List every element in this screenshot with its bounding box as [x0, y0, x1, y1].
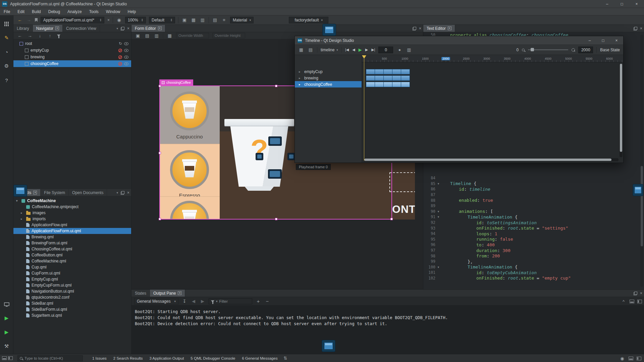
override-width-field[interactable]: Override Width — [176, 33, 209, 38]
project-file-sidebarform-ui-qml[interactable]: SideBarForm.ui.qml — [13, 306, 131, 312]
close-icon[interactable]: × — [640, 26, 642, 31]
kit-selector-icon[interactable] — [3, 300, 10, 308]
status-button-3-application-output[interactable]: 3 Application Output — [146, 354, 187, 362]
close-icon[interactable]: × — [640, 291, 642, 295]
timeline-hscrollbar[interactable] — [364, 158, 619, 161]
project-file-cup-qml[interactable]: Cup.qml — [13, 264, 131, 270]
export-icon[interactable]: ▣ — [181, 17, 187, 22]
to-end-button[interactable]: ▶| — [371, 48, 375, 52]
keyframe-segment[interactable] — [383, 82, 392, 87]
chevron-right-icon[interactable]: ▸ — [21, 211, 24, 215]
override-height-field[interactable]: Override Height — [212, 33, 245, 38]
zoom-in-icon[interactable] — [572, 48, 575, 52]
continue-button-partial[interactable]: ONTI — [392, 203, 415, 217]
keyframe-segment[interactable] — [401, 75, 410, 81]
text-editor-tab-text-editor[interactable]: Text Editor× — [423, 25, 455, 32]
project-file-imports[interactable]: ▸imports — [13, 216, 131, 222]
chevron-right-icon[interactable]: ▸ — [299, 70, 302, 73]
output-channel-combo[interactable]: General Messages ▾ — [134, 298, 178, 305]
menu-item-tools[interactable]: Tools — [86, 8, 102, 15]
lines-icon[interactable]: ≡ — [221, 17, 227, 22]
no-export-icon[interactable] — [118, 62, 122, 66]
code-editor[interactable]: 8485▾Timeline {86id: timeline8788enabled… — [423, 175, 639, 281]
kit-combo[interactable]: factorydefault ▾ — [289, 17, 328, 23]
toggle-left-sidebar-icon[interactable] — [8, 356, 13, 360]
tab-close-icon[interactable]: × — [158, 26, 162, 30]
menu-item-help[interactable]: Help — [124, 8, 140, 15]
prev-item-icon[interactable]: ◀ — [191, 299, 197, 304]
back-button[interactable]: ← — [17, 17, 23, 22]
output-tab-output-pane[interactable]: Output Pane× — [150, 290, 185, 297]
show-bounds-icon[interactable]: ▤ — [144, 33, 150, 38]
minimize-button[interactable]: – — [583, 36, 596, 45]
timeline-track-area[interactable]: 5001000150020002500300035004000450050005… — [362, 55, 623, 163]
navigator-tab-navigator[interactable]: Navigator× — [33, 25, 63, 32]
help-icon[interactable]: ? — [3, 76, 10, 84]
status-button-2-search-results[interactable]: 2 Search Results — [110, 354, 146, 362]
timeline-titlebar[interactable]: DS Timeline - Qt Design Studio – □ × — [295, 36, 623, 45]
maximize-pane-icon[interactable]: ^ — [621, 299, 627, 304]
menu-item-analyze[interactable]: Analyze — [64, 8, 86, 15]
form-editor-tab-form-editor[interactable]: Form Editor× — [131, 25, 165, 32]
undock-icon[interactable] — [634, 292, 637, 295]
curve-editor-icon[interactable]: ▥ — [406, 47, 412, 52]
navigator-item-choosingcoffee[interactable]: choosingCoffee — [13, 60, 131, 67]
design-mode-icon[interactable]: ✎ — [3, 34, 10, 42]
coffee-item-partial[interactable] — [159, 196, 220, 220]
chevron-down-icon[interactable]: ▾ — [116, 191, 118, 194]
project-file-emptycup-qml[interactable]: EmptyCup.qml — [13, 276, 131, 282]
animation-settings-icon[interactable]: ▤ — [308, 47, 314, 52]
coffee-item-espresso[interactable]: Espresso — [159, 144, 220, 196]
nav-button-item[interactable] — [268, 136, 282, 146]
keyframe-segment[interactable] — [401, 69, 410, 74]
bookmark-icon[interactable] — [35, 18, 38, 22]
open-document-combo[interactable]: ApplicationFlowForm.ui.qml* ▲▼ — [41, 17, 104, 23]
apps-grid-icon[interactable] — [3, 20, 10, 27]
output-tab-states[interactable]: States — [131, 290, 150, 297]
close-icon[interactable]: × — [127, 191, 129, 195]
next-frame-button[interactable]: ▶ — [365, 48, 368, 52]
close-icon[interactable]: × — [419, 26, 421, 31]
current-frame-field[interactable]: 0 — [378, 47, 393, 53]
timeline-window[interactable]: DS Timeline - Qt Design Studio – □ × ▦ ▤… — [294, 36, 624, 163]
move-left-icon[interactable]: ← — [17, 33, 23, 38]
nav-button-item[interactable] — [287, 153, 295, 160]
tab-close-icon[interactable]: × — [33, 191, 37, 194]
project-file-images[interactable]: ▸images — [13, 210, 131, 216]
keyframe-segment[interactable] — [375, 69, 384, 74]
status-button-1-issues[interactable]: 1 Issues — [89, 354, 110, 362]
project-file-choosingcoffee-ui-qml[interactable]: ChoosingCoffee.ui.qml — [13, 246, 131, 252]
navigator-item-emptycup[interactable]: emptyCup — [13, 47, 131, 54]
tab-close-icon[interactable]: × — [55, 26, 59, 30]
snap-icon[interactable]: ▥ — [200, 17, 206, 22]
undock-icon[interactable] — [121, 191, 124, 195]
filter-icon[interactable] — [57, 35, 60, 37]
bounds-icon[interactable]: ▦ — [191, 17, 197, 22]
chevron-right-icon[interactable]: ▸ — [299, 83, 302, 86]
project-file-brewingform-ui-qml[interactable]: BrewingForm.ui.qml — [13, 240, 131, 246]
menu-item-debug[interactable]: Debug — [45, 8, 64, 15]
chevron-right-icon[interactable]: ▸ — [21, 217, 24, 221]
visibility-eye-icon[interactable] — [124, 56, 128, 59]
keyframe-segment[interactable] — [366, 82, 375, 87]
fold-icon[interactable]: ▾ — [435, 215, 441, 219]
zoom-combo[interactable]: 100% ▲▼ — [125, 17, 146, 23]
project-file-qtquickcontrols2-conf[interactable]: qtquickcontrols2.conf — [13, 294, 131, 300]
keyframe-segment[interactable] — [392, 82, 401, 87]
keyframe-bar-emptycup[interactable] — [366, 69, 410, 74]
nav-button-item[interactable] — [256, 153, 263, 160]
debug-mode-icon[interactable]: ◔ — [3, 48, 10, 56]
projects-tab-open-documents[interactable]: Open Documents — [69, 189, 107, 196]
timeline-track-brewing[interactable]: ▸brewing — [295, 75, 362, 81]
project-file-sugaritem-ui-qml[interactable]: SugarItem.ui.qml — [13, 312, 131, 318]
keyframe-segment[interactable] — [366, 69, 375, 74]
menu-item-file[interactable]: File — [0, 8, 14, 15]
fold-icon[interactable]: ▾ — [435, 265, 441, 269]
forward-button[interactable]: → — [26, 17, 32, 22]
toggle-side-pane-icon[interactable] — [637, 300, 642, 303]
material-combo[interactable]: Material ▾ — [230, 17, 254, 23]
timeline-vscrollbar[interactable] — [620, 63, 623, 157]
visibility-eye-icon[interactable] — [124, 42, 128, 45]
tab-close-icon[interactable]: × — [448, 26, 451, 30]
keyframe-segment[interactable] — [401, 82, 410, 87]
